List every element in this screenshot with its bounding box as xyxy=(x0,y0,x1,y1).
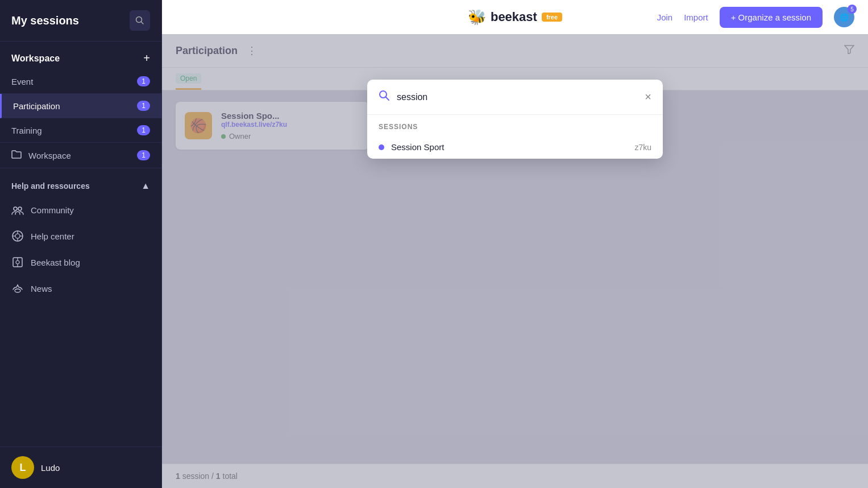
workspace-label: Workspace xyxy=(11,53,60,64)
training-label: Training xyxy=(11,126,42,135)
sidebar-item-event[interactable]: Event 1 xyxy=(0,69,161,94)
modal-result[interactable]: Session Sport z7ku xyxy=(367,135,663,159)
organize-session-button[interactable]: + Organize a session xyxy=(720,7,823,28)
topbar-logo: 🐝 beekast free xyxy=(468,9,562,26)
avatar: L xyxy=(11,456,34,479)
event-label: Event xyxy=(11,77,33,86)
sidebar-item-help-center[interactable]: Help center xyxy=(0,223,161,249)
blog-icon xyxy=(11,256,24,268)
sidebar: My sessions Workspace + Event 1 Particip… xyxy=(0,0,162,488)
help-section-header: Help and ressources ▲ xyxy=(0,175,161,197)
content-area: Participation ⋮ Open 🏀 xyxy=(162,34,868,488)
sidebar-header: My sessions xyxy=(0,0,161,42)
sidebar-item-community[interactable]: Community xyxy=(0,197,161,223)
free-badge: free xyxy=(542,13,562,22)
notification-button[interactable]: 🌐 5 xyxy=(834,7,854,27)
help-center-icon xyxy=(11,230,24,242)
svg-line-16 xyxy=(386,97,389,101)
svg-line-1 xyxy=(142,22,144,24)
sidebar-item-training[interactable]: Training 1 xyxy=(0,118,161,143)
community-icon xyxy=(11,204,24,216)
modal-close-button[interactable]: × xyxy=(645,90,651,104)
sidebar-item-news[interactable]: News xyxy=(0,275,161,301)
event-badge: 1 xyxy=(137,76,150,86)
bee-logo-icon: 🐝 xyxy=(468,9,486,26)
training-badge: 1 xyxy=(137,125,150,135)
main-content: 🐝 beekast free Join Import + Organize a … xyxy=(162,0,868,488)
join-button[interactable]: Join xyxy=(657,13,673,22)
user-name: Ludo xyxy=(41,463,60,473)
notification-badge: 5 xyxy=(848,5,857,14)
help-section-label: Help and ressources xyxy=(11,181,90,191)
topbar: 🐝 beekast free Join Import + Organize a … xyxy=(162,0,868,34)
sidebar-item-beekast-blog[interactable]: Beekast blog xyxy=(0,249,161,275)
news-label: News xyxy=(31,284,52,293)
svg-point-14 xyxy=(15,289,20,292)
sidebar-search-button[interactable] xyxy=(130,10,150,31)
result-dot xyxy=(379,144,384,150)
svg-point-11 xyxy=(16,260,19,264)
logo-text: beekast xyxy=(491,10,537,24)
search-modal-overlay[interactable]: × SESSIONS Session Sport z7ku xyxy=(162,34,868,488)
help-section-collapse[interactable]: ▲ xyxy=(141,181,150,191)
modal-search-icon xyxy=(379,90,390,104)
workspace-badge: 1 xyxy=(137,150,150,160)
import-button[interactable]: Import xyxy=(684,13,708,22)
sidebar-item-participation[interactable]: Participation 1 xyxy=(0,94,161,118)
folder-icon xyxy=(11,150,22,161)
svg-point-2 xyxy=(14,207,17,210)
community-label: Community xyxy=(31,205,74,215)
svg-point-3 xyxy=(18,207,22,210)
sidebar-title: My sessions xyxy=(11,14,79,27)
workspace-section: Workspace + xyxy=(0,42,161,69)
participation-badge: 1 xyxy=(137,101,150,111)
result-name: Session Sport xyxy=(391,142,444,152)
blog-label: Beekast blog xyxy=(31,258,80,267)
add-workspace-button[interactable]: + xyxy=(143,52,150,65)
modal-section-label: SESSIONS xyxy=(367,115,663,135)
result-code: z7ku xyxy=(634,143,651,152)
help-section: Help and ressources ▲ Community xyxy=(0,168,161,308)
modal-search-input[interactable] xyxy=(397,92,638,102)
modal-search-bar: × xyxy=(367,80,663,115)
workspace-nav-label: Workspace xyxy=(28,151,71,160)
user-footer[interactable]: L Ludo xyxy=(0,446,161,488)
search-modal: × SESSIONS Session Sport z7ku xyxy=(367,80,663,159)
search-icon xyxy=(135,16,144,25)
participation-label: Participation xyxy=(13,101,60,111)
sidebar-item-workspace[interactable]: Workspace 1 xyxy=(0,143,161,168)
globe-icon: 🌐 xyxy=(840,13,849,22)
help-center-label: Help center xyxy=(31,231,74,241)
news-icon xyxy=(11,282,24,295)
svg-point-5 xyxy=(15,234,20,238)
